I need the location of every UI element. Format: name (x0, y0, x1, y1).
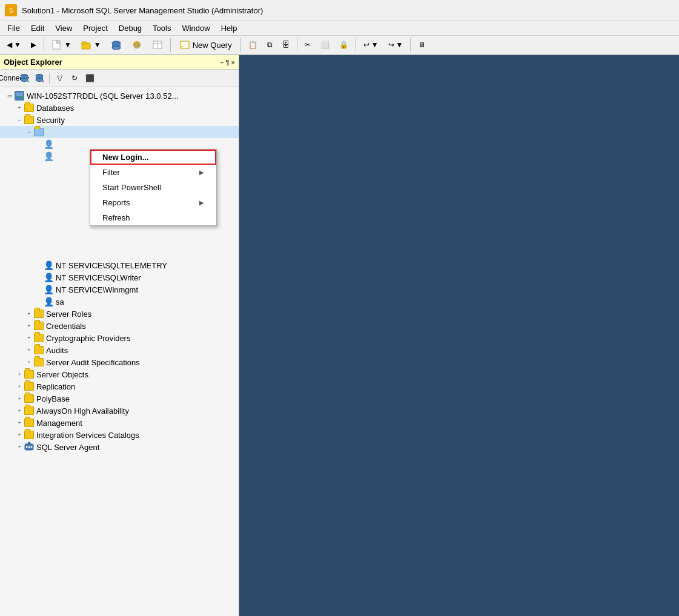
menu-window[interactable]: Window (177, 22, 214, 34)
toolbar-btn-5[interactable] (148, 37, 167, 53)
server-audit-folder-icon (34, 358, 44, 366)
menu-tools[interactable]: Tools (148, 22, 176, 34)
back-button[interactable]: ◀ ▼ (2, 37, 25, 53)
server-roles-expander[interactable]: + (24, 309, 34, 319)
forward-button[interactable]: ▶ (27, 37, 41, 53)
sql-agent-node[interactable]: + SQL Server Agent (0, 441, 239, 453)
object-explorer-header: Object Explorer – ¶ × (0, 55, 239, 70)
toolbar-btn-redo[interactable]: ↪ ▼ (384, 37, 408, 53)
toolbar-btn-lock[interactable]: 🔒 (335, 37, 353, 53)
databases-expander[interactable]: + (15, 103, 24, 113)
toolbar-btn-4[interactable]: 🔗 (127, 37, 147, 53)
cm-new-login-label: New Login... (102, 153, 149, 162)
toolbar-btn-db2[interactable]: 🗄 (278, 37, 294, 53)
toolbar-btn-2[interactable]: ▼ (77, 37, 105, 53)
pin-icon[interactable]: – ¶ × (220, 59, 235, 66)
alwayson-expander[interactable]: + (15, 406, 24, 416)
menu-bar: File Edit View Project Debug Tools Windo… (0, 21, 679, 36)
undo-icon: ↩ (363, 41, 369, 49)
polybase-node[interactable]: + PolyBase (0, 392, 239, 405)
oe-tb-filter[interactable]: ▽ (53, 71, 66, 85)
toolbar-btn-monitor[interactable]: 🖥 (414, 37, 429, 53)
audits-expander[interactable]: + (24, 345, 34, 355)
toolbar-btn-cut[interactable]: ✂ (300, 37, 315, 53)
oe-header-controls: – ¶ × (220, 59, 235, 66)
server-node[interactable]: ▭ WIN-1052ST7RDDL (SQL Server 13.0.52... (0, 90, 239, 102)
cm-refresh[interactable]: Refresh (90, 210, 216, 225)
separator-4 (297, 38, 297, 51)
toolbar-btn-copy2[interactable]: ⬜ (316, 37, 334, 53)
credentials-node[interactable]: + Credentials (0, 320, 239, 332)
menu-debug[interactable]: Debug (114, 22, 147, 34)
toolbar-btn-undo[interactable]: ↩ ▼ (359, 37, 383, 53)
login-item-1[interactable]: 👤 (0, 138, 239, 150)
login-item-sqlwriter[interactable]: 👤 NT SERVICE\SQLWriter (0, 271, 239, 283)
management-label: Management (36, 419, 82, 428)
databases-node[interactable]: + Databases (0, 102, 239, 114)
toolbar-btn-3[interactable] (107, 37, 126, 53)
logins-node[interactable]: − Logins (0, 126, 239, 138)
toolbar: ◀ ▼ ▶ ▼ ▼ 🔗 New Query 📋 ⧉ 🗄 ✂ ⬜ 🔒 (0, 36, 679, 55)
cm-reports[interactable]: Reports ▶ (90, 195, 216, 210)
security-node[interactable]: − Security (0, 114, 239, 126)
toolbar-btn-copy[interactable]: ⧉ (263, 37, 277, 53)
menu-file[interactable]: File (2, 22, 25, 34)
replication-expander[interactable]: + (15, 382, 24, 391)
alwayson-node[interactable]: + AlwaysOn High Availability (0, 405, 239, 417)
stop-icon: ⬛ (85, 74, 94, 82)
integration-services-node[interactable]: + Integration Services Catalogs (0, 429, 239, 441)
login-sa-label: sa (56, 297, 64, 306)
server-roles-folder-icon (34, 310, 44, 318)
crypto-label: Cryptographic Providers (46, 334, 130, 343)
server-audit-node[interactable]: + Server Audit Specifications (0, 356, 239, 368)
crypto-node[interactable]: + Cryptographic Providers (0, 332, 239, 344)
copy-icon: ⧉ (267, 41, 273, 49)
oe-tb-refresh[interactable]: ↻ (68, 71, 81, 85)
connect-button[interactable]: 🔌 Connect ▾ (2, 71, 16, 85)
oe-tb-stop[interactable]: ⬛ (83, 71, 96, 85)
svg-text:+: + (27, 79, 30, 83)
login-item-telemetry[interactable]: 👤 NT SERVICE\SQLTELEMETRY (0, 259, 239, 271)
toolbar-btn-1[interactable]: ▼ (47, 37, 76, 53)
server-objects-node[interactable]: + Server Objects (0, 368, 239, 380)
menu-edit[interactable]: Edit (26, 22, 49, 34)
logins-expander[interactable]: − (24, 127, 34, 137)
disconnect-icon: × (34, 73, 45, 83)
user-icon-1: 👤 (44, 139, 53, 149)
management-node[interactable]: + Management (0, 417, 239, 429)
main-layout: Object Explorer – ¶ × 🔌 Connect ▾ + × ▽ (0, 55, 679, 616)
server-objects-expander[interactable]: + (15, 369, 24, 379)
menu-help[interactable]: Help (216, 22, 242, 34)
cm-powershell[interactable]: Start PowerShell (90, 180, 216, 195)
cm-filter[interactable]: Filter ▶ (90, 165, 216, 180)
svg-rect-6 (82, 42, 87, 44)
login-2-expander (34, 151, 44, 161)
oe-tb-new[interactable]: + (18, 71, 31, 85)
oe-tb-disconnect[interactable]: × (33, 71, 46, 85)
separator-5 (356, 38, 356, 51)
connect-icon: 🔗 (131, 40, 142, 50)
integration-services-expander[interactable]: + (15, 430, 24, 440)
crypto-expander[interactable]: + (24, 333, 34, 343)
cm-new-login[interactable]: New Login... (90, 150, 216, 165)
credentials-expander[interactable]: + (24, 321, 34, 331)
server-audit-expander[interactable]: + (24, 357, 34, 367)
management-expander[interactable]: + (15, 418, 24, 428)
new-query-button[interactable]: New Query (174, 38, 237, 51)
sql-agent-expander[interactable]: + (15, 442, 24, 452)
databases-label: Databases (36, 104, 74, 113)
server-expander[interactable]: ▭ (5, 91, 15, 101)
login-item-winmgmt[interactable]: 👤 NT SERVICE\Winmgmt (0, 283, 239, 296)
svg-point-30 (26, 446, 28, 448)
security-expander[interactable]: − (15, 115, 24, 125)
replication-folder-icon (24, 382, 34, 391)
login-item-sa[interactable]: 👤 sa (0, 296, 239, 308)
toolbar-btn-paste[interactable]: 📋 (244, 37, 262, 53)
menu-view[interactable]: View (50, 22, 77, 34)
new-icon (51, 40, 62, 50)
audits-node[interactable]: + Audits (0, 344, 239, 356)
polybase-expander[interactable]: + (15, 394, 24, 403)
server-roles-node[interactable]: + Server Roles (0, 308, 239, 320)
replication-node[interactable]: + Replication (0, 380, 239, 392)
menu-project[interactable]: Project (78, 22, 112, 34)
